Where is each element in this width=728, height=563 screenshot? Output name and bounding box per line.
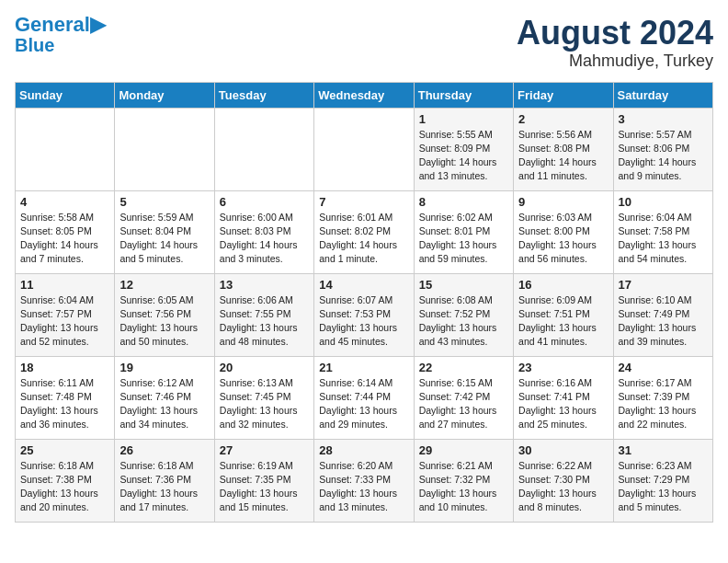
table-row: 3Sunrise: 5:57 AM Sunset: 8:06 PM Daylig… <box>613 108 712 190</box>
day-info: Sunrise: 6:13 AM Sunset: 7:45 PM Dayligh… <box>220 376 309 432</box>
table-row: 16Sunrise: 6:09 AM Sunset: 7:51 PM Dayli… <box>514 273 613 356</box>
day-info: Sunrise: 5:58 AM Sunset: 8:05 PM Dayligh… <box>20 211 109 267</box>
header-tuesday: Tuesday <box>214 82 313 108</box>
day-info: Sunrise: 6:23 AM Sunset: 7:29 PM Dayligh… <box>619 459 708 515</box>
table-row: 15Sunrise: 6:08 AM Sunset: 7:52 PM Dayli… <box>414 273 513 356</box>
calendar-week-row: 18Sunrise: 6:11 AM Sunset: 7:48 PM Dayli… <box>16 356 713 439</box>
day-number: 16 <box>518 278 608 292</box>
day-number: 31 <box>619 443 708 457</box>
calendar-table: Sunday Monday Tuesday Wednesday Thursday… <box>15 82 713 523</box>
day-number: 27 <box>220 443 309 457</box>
day-info: Sunrise: 6:10 AM Sunset: 7:49 PM Dayligh… <box>619 293 708 350</box>
table-row: 11Sunrise: 6:04 AM Sunset: 7:57 PM Dayli… <box>16 273 115 356</box>
day-info: Sunrise: 6:07 AM Sunset: 7:53 PM Dayligh… <box>319 293 408 350</box>
table-row: 29Sunrise: 6:21 AM Sunset: 7:32 PM Dayli… <box>414 439 513 522</box>
day-number: 4 <box>20 195 109 209</box>
day-number: 24 <box>619 361 708 374</box>
table-row: 27Sunrise: 6:19 AM Sunset: 7:35 PM Dayli… <box>214 439 313 522</box>
day-info: Sunrise: 6:15 AM Sunset: 7:42 PM Dayligh… <box>419 376 508 432</box>
day-info: Sunrise: 6:03 AM Sunset: 8:00 PM Dayligh… <box>518 211 608 267</box>
header-monday: Monday <box>115 82 214 108</box>
day-number: 1 <box>419 112 508 126</box>
calendar-week-row: 4Sunrise: 5:58 AM Sunset: 8:05 PM Daylig… <box>16 190 713 273</box>
table-row: 25Sunrise: 6:18 AM Sunset: 7:38 PM Dayli… <box>16 439 115 522</box>
day-number: 11 <box>20 278 109 292</box>
header-friday: Friday <box>514 82 613 108</box>
table-row: 2Sunrise: 5:56 AM Sunset: 8:08 PM Daylig… <box>514 108 613 190</box>
table-row: 8Sunrise: 6:02 AM Sunset: 8:01 PM Daylig… <box>414 190 513 273</box>
table-row <box>214 108 313 190</box>
logo: General▶ Blue <box>15 15 106 55</box>
day-info: Sunrise: 6:21 AM Sunset: 7:32 PM Dayligh… <box>419 459 508 515</box>
day-info: Sunrise: 6:04 AM Sunset: 7:57 PM Dayligh… <box>20 293 109 350</box>
header-sunday: Sunday <box>16 82 115 108</box>
calendar-week-row: 1Sunrise: 5:55 AM Sunset: 8:09 PM Daylig… <box>16 108 713 190</box>
day-info: Sunrise: 6:12 AM Sunset: 7:46 PM Dayligh… <box>119 376 209 432</box>
table-row <box>16 108 115 190</box>
table-row: 6Sunrise: 6:00 AM Sunset: 8:03 PM Daylig… <box>214 190 313 273</box>
table-row: 14Sunrise: 6:07 AM Sunset: 7:53 PM Dayli… <box>314 273 414 356</box>
day-number: 12 <box>119 278 209 292</box>
day-number: 6 <box>220 195 309 209</box>
day-number: 22 <box>419 361 508 374</box>
table-row: 19Sunrise: 6:12 AM Sunset: 7:46 PM Dayli… <box>115 356 214 439</box>
header-saturday: Saturday <box>613 82 712 108</box>
table-row: 1Sunrise: 5:55 AM Sunset: 8:09 PM Daylig… <box>414 108 513 190</box>
day-number: 21 <box>319 361 408 374</box>
day-info: Sunrise: 6:18 AM Sunset: 7:38 PM Dayligh… <box>20 459 109 515</box>
day-info: Sunrise: 6:22 AM Sunset: 7:30 PM Dayligh… <box>518 459 608 515</box>
day-info: Sunrise: 5:56 AM Sunset: 8:08 PM Dayligh… <box>518 128 608 184</box>
table-row: 9Sunrise: 6:03 AM Sunset: 8:00 PM Daylig… <box>514 190 613 273</box>
day-info: Sunrise: 6:11 AM Sunset: 7:48 PM Dayligh… <box>20 376 109 432</box>
day-number: 9 <box>518 195 608 209</box>
logo-blue: ▶ <box>90 13 106 36</box>
table-row: 24Sunrise: 6:17 AM Sunset: 7:39 PM Dayli… <box>613 356 712 439</box>
table-row <box>115 108 214 190</box>
day-number: 17 <box>619 278 708 292</box>
day-number: 28 <box>319 443 408 457</box>
day-number: 7 <box>319 195 408 209</box>
day-number: 18 <box>20 361 109 374</box>
day-info: Sunrise: 6:14 AM Sunset: 7:44 PM Dayligh… <box>319 376 408 432</box>
month-title: August 2024 <box>517 15 713 52</box>
calendar-header-row: Sunday Monday Tuesday Wednesday Thursday… <box>16 82 713 108</box>
table-row: 7Sunrise: 6:01 AM Sunset: 8:02 PM Daylig… <box>314 190 414 273</box>
table-row: 4Sunrise: 5:58 AM Sunset: 8:05 PM Daylig… <box>16 190 115 273</box>
logo-blue-text: Blue <box>15 35 54 55</box>
table-row: 12Sunrise: 6:05 AM Sunset: 7:56 PM Dayli… <box>115 273 214 356</box>
day-info: Sunrise: 6:04 AM Sunset: 7:58 PM Dayligh… <box>619 211 708 267</box>
day-number: 5 <box>119 195 209 209</box>
day-info: Sunrise: 5:55 AM Sunset: 8:09 PM Dayligh… <box>419 128 508 184</box>
table-row: 23Sunrise: 6:16 AM Sunset: 7:41 PM Dayli… <box>514 356 613 439</box>
table-row: 28Sunrise: 6:20 AM Sunset: 7:33 PM Dayli… <box>314 439 414 522</box>
header-wednesday: Wednesday <box>314 82 414 108</box>
day-info: Sunrise: 6:06 AM Sunset: 7:55 PM Dayligh… <box>220 293 309 350</box>
calendar-week-row: 25Sunrise: 6:18 AM Sunset: 7:38 PM Dayli… <box>16 439 713 522</box>
logo-general: General <box>15 13 90 36</box>
day-number: 29 <box>419 443 508 457</box>
day-info: Sunrise: 6:08 AM Sunset: 7:52 PM Dayligh… <box>419 293 508 350</box>
day-info: Sunrise: 6:17 AM Sunset: 7:39 PM Dayligh… <box>619 376 708 432</box>
day-number: 25 <box>20 443 109 457</box>
day-number: 30 <box>518 443 608 457</box>
day-number: 15 <box>419 278 508 292</box>
day-number: 8 <box>419 195 508 209</box>
day-info: Sunrise: 5:57 AM Sunset: 8:06 PM Dayligh… <box>619 128 708 184</box>
table-row: 13Sunrise: 6:06 AM Sunset: 7:55 PM Dayli… <box>214 273 313 356</box>
table-row: 26Sunrise: 6:18 AM Sunset: 7:36 PM Dayli… <box>115 439 214 522</box>
calendar-week-row: 11Sunrise: 6:04 AM Sunset: 7:57 PM Dayli… <box>16 273 713 356</box>
day-info: Sunrise: 5:59 AM Sunset: 8:04 PM Dayligh… <box>119 211 209 267</box>
day-info: Sunrise: 6:16 AM Sunset: 7:41 PM Dayligh… <box>518 376 608 432</box>
day-number: 14 <box>319 278 408 292</box>
table-row: 30Sunrise: 6:22 AM Sunset: 7:30 PM Dayli… <box>514 439 613 522</box>
table-row: 5Sunrise: 5:59 AM Sunset: 8:04 PM Daylig… <box>115 190 214 273</box>
day-number: 3 <box>619 112 708 126</box>
day-info: Sunrise: 6:09 AM Sunset: 7:51 PM Dayligh… <box>518 293 608 350</box>
day-info: Sunrise: 6:20 AM Sunset: 7:33 PM Dayligh… <box>319 459 408 515</box>
table-row <box>314 108 414 190</box>
day-info: Sunrise: 6:05 AM Sunset: 7:56 PM Dayligh… <box>119 293 209 350</box>
table-row: 21Sunrise: 6:14 AM Sunset: 7:44 PM Dayli… <box>314 356 414 439</box>
day-number: 2 <box>518 112 608 126</box>
day-number: 23 <box>518 361 608 374</box>
table-row: 17Sunrise: 6:10 AM Sunset: 7:49 PM Dayli… <box>613 273 712 356</box>
